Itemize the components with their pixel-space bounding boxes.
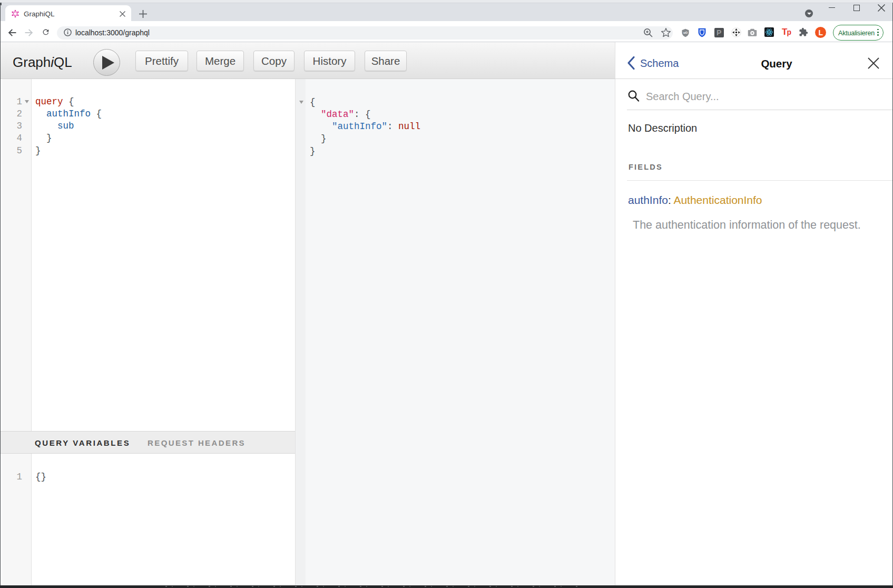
svg-text:uO: uO	[683, 31, 688, 34]
